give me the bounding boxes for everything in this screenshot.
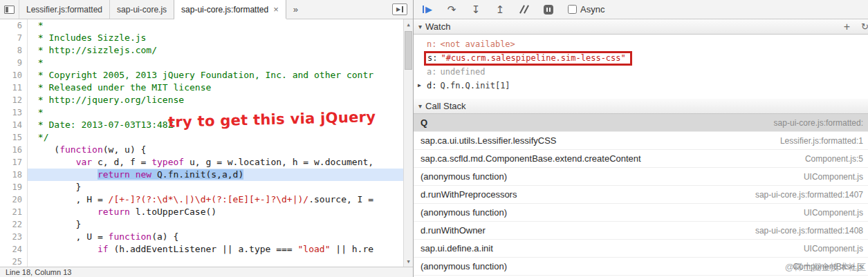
callstack-frame[interactable]: sap.ca.scfld.md.ComponentBase.extend.cre… — [414, 150, 868, 168]
line-number[interactable]: 19 — [0, 181, 28, 193]
refresh-watch-icon[interactable]: ↻ — [861, 21, 868, 32]
line-number[interactable]: 12 — [0, 94, 28, 106]
callstack-frame[interactable]: (anonymous function)UIComponent.js — [414, 204, 868, 222]
watch-section-header[interactable]: ▾ Watch + ↻ — [414, 19, 868, 35]
pause-on-exceptions-button[interactable] — [542, 3, 555, 16]
step-out-button[interactable]: ↥ — [494, 3, 506, 16]
code-line-text[interactable]: } — [28, 181, 413, 193]
code-line-text[interactable]: (function(w, u) { — [28, 144, 413, 156]
watch-name: s: — [427, 51, 437, 65]
editor-vertical-scrollbar[interactable]: ▲ ▼ — [403, 19, 413, 267]
frame-function-name: Q — [421, 117, 767, 128]
code-line-text[interactable]: var c, d, f = typeof u, g = w.location, … — [28, 156, 413, 169]
collapse-triangle-icon[interactable]: ▾ — [418, 23, 422, 30]
code-token: function — [109, 231, 152, 242]
line-number[interactable]: 13 — [0, 106, 28, 119]
pretty-print-button[interactable]: ▶ — [392, 3, 407, 15]
code-line-text[interactable]: } — [28, 218, 413, 231]
code-token — [130, 169, 136, 180]
frame-function-name: (anonymous function) — [421, 207, 797, 218]
code-line-text[interactable]: * — [28, 106, 413, 119]
line-number[interactable]: 11 — [0, 82, 28, 94]
scroll-down-icon[interactable]: ▼ — [404, 256, 413, 267]
code-line-text[interactable]: * Copyright 2005, 2013 jQuery Foundation… — [28, 69, 413, 82]
code-token: Q.fn.init(s,a,d) — [151, 169, 243, 180]
callstack-frame[interactable]: sap.ca.ui.utils.Lessifier.lessifyCSSLess… — [414, 132, 868, 150]
add-watch-expression-icon[interactable]: + — [844, 21, 850, 32]
line-number[interactable]: 25 — [0, 256, 28, 267]
scrollbar-thumb[interactable] — [405, 31, 412, 70]
deactivate-breakpoints-button[interactable] — [518, 3, 530, 16]
callstack-frame[interactable]: (anonymous function)UIComponent.js — [414, 168, 868, 186]
code-line-text[interactable]: return l.toUpperCase() — [28, 206, 413, 218]
code-line-text[interactable] — [28, 256, 413, 267]
line-number[interactable]: 21 — [0, 206, 28, 218]
watch-title: Watch — [425, 21, 450, 32]
file-tab[interactable]: Lessifier.js:formatted — [19, 0, 110, 19]
frame-location: sap-ui-core.js:formatted:1407 — [755, 190, 863, 200]
code-line-text[interactable]: return new Q.fn.init(s,a,d) — [28, 169, 413, 181]
callstack-frame[interactable]: (anonymous function)ComponentBase.js — [414, 258, 868, 276]
file-tab[interactable]: sap-ui-core.js — [110, 0, 174, 19]
tab-overflow-button[interactable]: » — [286, 4, 305, 15]
watch-item[interactable]: ▶d:Q.fn.Q.init[1] — [414, 79, 868, 93]
file-tab[interactable]: sap-ui-core.js:formatted× — [174, 0, 286, 19]
line-number[interactable]: 23 — [0, 231, 28, 243]
line-number[interactable]: 10 — [0, 69, 28, 82]
frame-location: Lessifier.js:formatted:1 — [780, 136, 863, 146]
code-line-text[interactable]: * — [28, 57, 413, 69]
code-editor[interactable]: 6 *7 * Includes Sizzle.js8 * http://sizz… — [0, 19, 413, 267]
line-number[interactable]: 7 — [0, 32, 28, 44]
watch-item[interactable]: a:undefined — [414, 65, 868, 79]
line-number[interactable]: 18 — [0, 169, 28, 181]
expand-arrow-icon[interactable]: ▶ — [418, 79, 421, 93]
code-token: || h.re — [330, 244, 373, 254]
code-line-text[interactable]: if (h.addEventListener || a.type === "lo… — [28, 243, 413, 256]
step-into-button[interactable]: ↧ — [470, 3, 482, 16]
line-number[interactable]: 14 — [0, 119, 28, 131]
code-line-text[interactable]: * Date: 2013-07-03T13:48Z — [28, 119, 413, 131]
frame-function-name: sap.ca.scfld.md.ComponentBase.extend.cre… — [421, 153, 798, 164]
scroll-up-icon[interactable]: ▲ — [404, 19, 413, 30]
async-checkbox[interactable] — [568, 5, 577, 14]
code-line-text[interactable]: * — [28, 19, 413, 32]
line-number[interactable]: 17 — [0, 156, 28, 169]
callstack-frame[interactable]: Qsap-ui-core.js:formatted: — [414, 114, 868, 132]
show-navigator-button[interactable] — [0, 0, 19, 19]
code-line: 20 , H = /[+-]?(?:\d*\.|)\d+(?:[eE][+-]?… — [0, 193, 413, 206]
watch-item[interactable]: n:<not available> — [414, 37, 868, 51]
resume-play-icon: ▶ — [425, 5, 432, 14]
code-line: 24 if (h.addEventListener || a.type === … — [0, 243, 413, 256]
code-token: typeof — [151, 157, 184, 167]
line-number[interactable]: 24 — [0, 243, 28, 256]
line-number[interactable]: 15 — [0, 131, 28, 144]
code-line-text[interactable]: * Includes Sizzle.js — [28, 32, 413, 44]
resume-button[interactable]: ▶ — [421, 3, 434, 16]
code-line-text[interactable]: , U = function(a) { — [28, 231, 413, 243]
code-line-text[interactable]: * http://jquery.org/license — [28, 94, 413, 106]
line-number[interactable]: 20 — [0, 193, 28, 206]
line-number[interactable]: 16 — [0, 144, 28, 156]
code-line-text[interactable]: * http://sizzlejs.com/ — [28, 44, 413, 57]
line-number[interactable]: 8 — [0, 44, 28, 57]
frame-location: UIComponent.js — [804, 172, 863, 182]
line-number[interactable]: 6 — [0, 19, 28, 32]
watch-name: n: — [427, 37, 436, 51]
code-token: , H = — [33, 194, 109, 204]
code-line: 7 * Includes Sizzle.js — [0, 32, 413, 44]
callstack-frame[interactable]: d.runWithPreprocessorssap-ui-core.js:for… — [414, 186, 868, 204]
tab-close-icon[interactable]: × — [273, 5, 279, 14]
line-number[interactable]: 22 — [0, 218, 28, 231]
code-token — [33, 244, 98, 254]
watch-item[interactable]: s:"#cus.crm.salespipeline.sim-less-css" — [414, 51, 868, 65]
code-line-text[interactable]: */ — [28, 131, 413, 144]
code-line-text[interactable]: * Released under the MIT license — [28, 82, 413, 94]
callstack-frame[interactable]: d.runWithOwnersap-ui-core.js:formatted:1… — [414, 222, 868, 240]
line-number[interactable]: 9 — [0, 57, 28, 69]
collapse-triangle-icon[interactable]: ▾ — [418, 102, 422, 110]
callstack-frame[interactable]: sap.ui.define.a.initUIComponent.js — [414, 240, 868, 258]
code-token: * — [33, 20, 44, 30]
code-line-text[interactable]: , H = /[+-]?(?:\d*\.|)\d+(?:[eE][+-]?\d+… — [28, 193, 413, 206]
step-over-button[interactable]: ↷ — [445, 3, 458, 16]
callstack-section-header[interactable]: ▾ Call Stack — [414, 99, 868, 114]
